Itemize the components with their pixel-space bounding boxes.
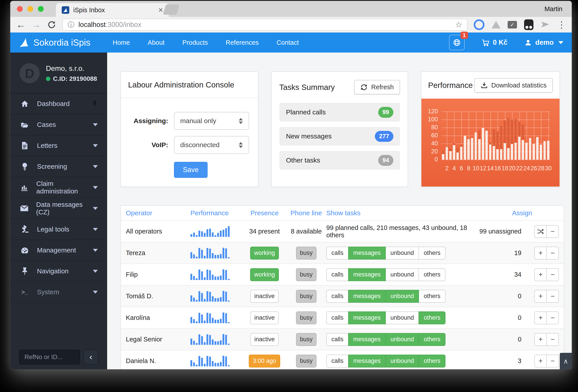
tab-close-icon[interactable]: ×: [158, 6, 163, 14]
task-filter-messages-button[interactable]: messages: [348, 355, 386, 367]
task-filter-messages-button[interactable]: messages: [348, 311, 386, 324]
shuffle-assign-button[interactable]: [534, 225, 547, 238]
sidebar-item-cases[interactable]: Cases: [10, 114, 107, 135]
assign-plus-button[interactable]: +: [534, 290, 547, 303]
task-filter-calls-button[interactable]: calls: [326, 268, 349, 281]
minimize-window-button[interactable]: [27, 6, 33, 12]
presence-button[interactable]: inactive: [250, 333, 279, 346]
assign-minus-button[interactable]: −: [546, 268, 559, 281]
presence-button[interactable]: working: [250, 247, 279, 260]
sidebar-item-letters[interactable]: Letters: [10, 135, 107, 156]
task-filter-messages-button[interactable]: messages: [348, 247, 386, 260]
assign-minus-button[interactable]: −: [546, 247, 559, 260]
sidebar-item-navigation[interactable]: Navigation: [10, 261, 107, 282]
phone-line-button[interactable]: busy: [296, 311, 317, 324]
assign-plus-button[interactable]: +: [534, 268, 547, 281]
sidebar-item-system[interactable]: >_System: [10, 282, 107, 303]
assign-plus-button[interactable]: +: [534, 311, 547, 324]
phone-line-button[interactable]: busy: [296, 290, 317, 303]
task-filter-unbound-button[interactable]: unbound: [385, 247, 419, 260]
task-filter-unbound-button[interactable]: unbound: [385, 268, 419, 281]
nav-item-references[interactable]: References: [226, 39, 259, 46]
browser-menu-icon[interactable]: ⋮: [557, 21, 566, 28]
task-summary-item[interactable]: New messages277: [279, 127, 400, 146]
task-summary-item[interactable]: Other tasks94: [279, 151, 400, 170]
refno-search-input[interactable]: [19, 350, 80, 364]
task-filter-others-button[interactable]: others: [419, 268, 445, 281]
presence-button[interactable]: inactive: [250, 311, 279, 324]
task-summary-item[interactable]: Planned calls99: [279, 103, 400, 122]
bookmark-star-icon[interactable]: ☆: [455, 20, 462, 29]
nav-item-home[interactable]: Home: [113, 39, 130, 46]
task-filter-others-button[interactable]: others: [419, 355, 445, 367]
task-filter-unbound-button[interactable]: unbound: [385, 290, 419, 303]
voip-select[interactable]: disconnected: [174, 136, 249, 154]
sidebar-item-screening[interactable]: Screening: [10, 156, 107, 177]
sidebar-item-data-messages-cz[interactable]: Data messages (CZ): [10, 198, 107, 219]
language-globe-button[interactable]: 1: [449, 35, 465, 50]
assign-minus-button[interactable]: −: [546, 333, 559, 346]
task-filter-calls-button[interactable]: calls: [326, 247, 349, 260]
task-filter-unbound-button[interactable]: unbound: [385, 333, 419, 346]
task-filter-calls-button[interactable]: calls: [326, 355, 349, 367]
page-info-icon[interactable]: ⓘ: [68, 20, 74, 29]
download-statistics-button[interactable]: Download statistics: [475, 78, 553, 93]
nav-item-contact[interactable]: Contact: [277, 39, 299, 46]
assign-minus-button[interactable]: −: [546, 355, 559, 367]
task-filter-calls-button[interactable]: calls: [326, 311, 349, 324]
task-filter-calls-button[interactable]: calls: [326, 333, 349, 346]
brand[interactable]: Sokordia iSpis: [19, 37, 91, 48]
zoom-window-button[interactable]: [38, 6, 44, 12]
nav-item-products[interactable]: Products: [182, 39, 208, 46]
phone-line-button[interactable]: busy: [296, 268, 317, 281]
inbox-check-icon[interactable]: ✓: [508, 21, 517, 29]
save-button[interactable]: Save: [174, 162, 208, 178]
assigning-select[interactable]: manual only: [174, 112, 249, 130]
unassign-all-button[interactable]: −: [546, 225, 559, 238]
assign-minus-button[interactable]: −: [546, 290, 559, 303]
task-filter-others-button[interactable]: others: [419, 333, 445, 346]
sidebar-item-management[interactable]: Management: [10, 240, 107, 261]
assign-plus-button[interactable]: +: [534, 247, 547, 260]
back-icon[interactable]: ←: [16, 20, 25, 29]
sidebar-item-legal-tools[interactable]: Legal tools: [10, 219, 107, 240]
browser-tab[interactable]: iSpis Inbox ×: [56, 3, 169, 17]
col-phone-line[interactable]: Phone line: [286, 209, 326, 217]
user-menu[interactable]: demo: [524, 39, 563, 46]
presence-button[interactable]: working: [250, 268, 279, 281]
url-text[interactable]: localhost:3000/inbox: [78, 21, 142, 29]
col-performance[interactable]: Performance: [191, 209, 243, 217]
new-tab-button[interactable]: [163, 4, 180, 15]
sidebar-item-dashboard[interactable]: Dashboard: [10, 93, 107, 114]
scroll-to-top-button[interactable]: ∧: [560, 353, 572, 369]
task-filter-others-button[interactable]: others: [419, 247, 445, 260]
assign-plus-button[interactable]: +: [534, 333, 547, 346]
col-show-tasks[interactable]: Show tasks: [326, 209, 471, 217]
phone-line-button[interactable]: busy: [296, 333, 317, 346]
social-extension-icon[interactable]: [524, 19, 533, 30]
task-filter-unbound-button[interactable]: unbound: [385, 311, 419, 324]
assign-minus-button[interactable]: −: [546, 311, 559, 324]
sidebar-item-claim-administration[interactable]: Claim administration: [10, 177, 107, 198]
phone-line-button[interactable]: busy: [296, 247, 317, 260]
cart-button[interactable]: 0 Kč: [482, 39, 507, 46]
col-assign[interactable]: Assign: [471, 209, 559, 217]
col-operator[interactable]: Operator: [126, 209, 191, 217]
assign-plus-button[interactable]: +: [534, 355, 547, 367]
task-filter-messages-button[interactable]: messages: [348, 268, 386, 281]
task-filter-calls-button[interactable]: calls: [326, 290, 349, 303]
sidebar-collapse-button[interactable]: ‹: [84, 350, 98, 364]
refresh-button[interactable]: Refresh: [354, 80, 400, 94]
nav-item-about[interactable]: About: [148, 39, 165, 46]
task-filter-others-button[interactable]: others: [419, 290, 445, 303]
paper-plane-icon[interactable]: [541, 20, 550, 29]
address-bar[interactable]: ⓘ localhost:3000/inbox ☆: [62, 19, 468, 31]
task-filter-messages-button[interactable]: messages: [348, 290, 386, 303]
presence-button[interactable]: inactive: [250, 290, 279, 303]
presence-button[interactable]: 3:00 ago: [249, 355, 280, 367]
task-filter-messages-button[interactable]: messages: [348, 333, 386, 346]
close-window-button[interactable]: [17, 6, 23, 12]
col-presence[interactable]: Presence: [243, 209, 286, 217]
browser-profile-name[interactable]: Martin: [544, 1, 562, 17]
extension-lens-icon[interactable]: [474, 19, 484, 30]
